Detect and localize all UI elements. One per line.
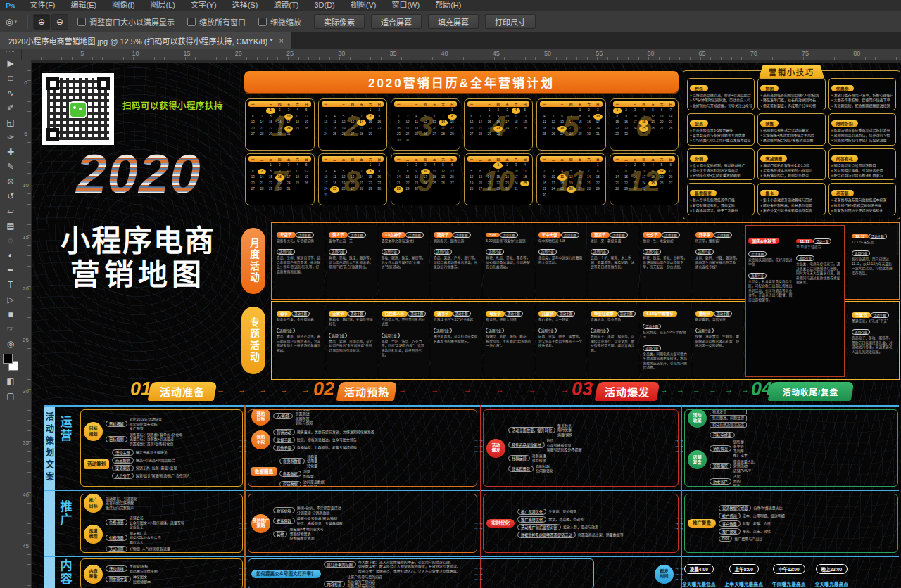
branch-leaves: 让客户有参与感的内容有价值的干货内容有趣又好玩的内容紧跟社会热点内容 <box>347 575 382 588</box>
branch-leaves: 好物圈+人气拼团获取流量 <box>130 547 170 551</box>
shape-tool[interactable]: ■ <box>2 307 19 321</box>
calendar-day: 25 <box>293 126 302 132</box>
calendar-day: 23 <box>584 126 593 132</box>
gradient-tool[interactable]: ▤ <box>2 218 19 233</box>
calendar-day: 21 <box>584 181 593 187</box>
calendar-day: 10 <box>639 169 648 175</box>
theme-tag: 活动主题 <box>714 232 732 238</box>
calendar-day: 25 <box>540 132 549 138</box>
healing-brush-tool[interactable]: ✚ <box>2 144 19 159</box>
branch-leaves: 占比复购转化 <box>733 474 741 487</box>
festival-pill: 年中大促 <box>538 232 561 238</box>
checkbox-icon[interactable] <box>77 18 86 26</box>
checkbox-icon[interactable] <box>187 18 196 26</box>
industry-text: 食品、生鲜、家居百货等，结合年前用户囤货需求，推出玩法：囤年货/送礼/回礼等，打… <box>277 256 322 274</box>
branch-label: 活动素材 <box>106 565 127 572</box>
tip-line: »稀缺卡控制节奏，拉长参与周期 <box>760 203 822 208</box>
type-tool[interactable]: T <box>2 277 19 292</box>
festival-card: 11.11活动主题11.11剁手狂欢节适用行业全品类，电商年度狂欢节，通过多类玩… <box>796 233 842 375</box>
arrow-icon: → <box>281 385 289 394</box>
menu-item[interactable]: 窗口(W) <box>384 0 427 11</box>
zoom-out-button[interactable]: ⊖ <box>51 14 68 30</box>
color-swatches[interactable] <box>3 354 18 371</box>
leaf-text: 转化 <box>733 483 741 487</box>
branch-leaves: 确定节奏与主推玩法 <box>136 450 168 455</box>
calendar-day: 24 <box>322 186 331 193</box>
marquee-tool[interactable]: □ <box>2 70 19 85</box>
menu-item[interactable]: 文件(F) <box>22 0 63 11</box>
tip-line: »老带新邀请有礼，双向奖励 <box>690 203 752 208</box>
menu-item[interactable]: 图像(I) <box>104 0 142 11</box>
calendar-day: 5 <box>339 114 348 120</box>
menu-item[interactable]: 文字(Y) <box>183 0 225 11</box>
eraser-tool[interactable]: ▱ <box>2 203 19 218</box>
pen-tool[interactable]: ✒ <box>2 262 19 277</box>
foreground-color-swatch[interactable] <box>3 354 13 364</box>
calendar-day: 5 <box>520 108 529 114</box>
option-checkbox[interactable]: 调整窗口大小以满屏显示 <box>77 16 175 27</box>
clone-stamp-tool[interactable]: ⊛ <box>2 174 19 188</box>
options-button[interactable]: 填充屏幕 <box>428 14 479 29</box>
ruler-label: 75 <box>802 50 809 57</box>
move-tool[interactable]: ▶ <box>2 56 19 70</box>
quick-mask-icon[interactable]: ◧ <box>2 373 19 388</box>
mindmap-branch: 内容打造让客户有参与感的内容有价值的干货内容有趣又好玩的内容紧跟社会热点内容 <box>324 575 460 588</box>
menu-item[interactable]: 编辑(E) <box>63 0 105 11</box>
menu-item[interactable]: 滤镜(T) <box>265 0 306 11</box>
close-icon[interactable]: × <box>279 37 283 45</box>
option-checkbox[interactable]: 缩放所有窗口 <box>187 16 246 27</box>
option-checkbox[interactable]: 细微缩放 <box>258 16 301 27</box>
tip-label: 老带新 <box>831 190 854 196</box>
menu-item[interactable]: 帮助(H) <box>427 0 469 11</box>
calendar-day: 14 <box>357 120 366 126</box>
mindmap-branch: 活动流量好物圈+人气拼团获取流量 <box>106 546 184 552</box>
eyedropper-tool[interactable]: ✑ <box>2 129 19 144</box>
options-button[interactable]: 实际像素 <box>314 14 365 29</box>
checkbox-icon[interactable] <box>258 18 267 26</box>
brush-tool[interactable]: ✎ <box>2 159 19 174</box>
theme-tag: 活动主题 <box>291 311 310 317</box>
calendar-day: 23 <box>374 126 384 132</box>
menu-item[interactable]: 选择(S) <box>225 0 266 11</box>
calendar-month: 一二三四五六日123456789101112131415161718192021… <box>464 153 534 205</box>
phase-label: 活动预热 <box>344 384 389 399</box>
calendar-day: 5 <box>549 114 558 120</box>
options-button[interactable]: 适合屏幕 <box>371 14 422 29</box>
options-button[interactable]: 打印尺寸 <box>485 14 536 29</box>
calendar-day: 23 <box>275 181 284 187</box>
document-tab[interactable]: 2020小程序电商营销地图.jpg @ 12.5% (扫码可以获得小程序扶持, … <box>0 32 291 49</box>
menu-item[interactable]: 视图(V) <box>343 0 384 11</box>
crop-tool[interactable]: ◱ <box>2 115 19 129</box>
ruler-label: 20 <box>22 286 30 292</box>
tip-label: 会员 <box>690 120 708 127</box>
calendar-day: 8 <box>448 114 457 120</box>
calendar-day: 2 <box>275 162 284 169</box>
dodge-tool[interactable]: ◐ <box>2 248 19 262</box>
blur-tool[interactable]: ◌ <box>2 233 19 248</box>
zoom-tool[interactable]: ◎ <box>2 336 19 351</box>
menu-item[interactable]: 图层(L) <box>143 0 183 11</box>
path-select-tool[interactable]: ▷ <box>2 292 19 307</box>
industry-tag: 适用行业 <box>538 249 557 255</box>
lasso-tool[interactable]: ∿ <box>2 85 19 100</box>
screen-mode-icon[interactable]: ▢ <box>2 388 19 403</box>
branch-label: 新老客户 <box>710 478 731 485</box>
zoom-in-button[interactable]: ⊕ <box>33 14 50 30</box>
calendar-day: 26 <box>567 186 576 193</box>
menu-item[interactable]: 3D(D) <box>306 0 342 11</box>
calendar-empty <box>258 108 267 114</box>
industry-text: 全品类，礼盒装美食类商品专区，可配合秋日出游长假推出系列活动，也可与酒店等异业合… <box>748 280 794 302</box>
panel-grip[interactable] <box>6 51 15 54</box>
document-canvas[interactable]: 扫码可以获得小程序扶持 2020 小程序电商 营销地图 2020营销日历&全年营… <box>31 60 901 588</box>
bullet-icon: » <box>760 203 762 207</box>
history-brush-tool[interactable]: ↺ <box>2 188 19 203</box>
theme-text: 敬老重阳，温情关怀 <box>695 318 741 322</box>
christmas-card: 圣诞节活动主题圣诞狂欢，好礼派''平安''适用行业饰品电子、美妆、服饰等，借助节… <box>848 304 897 377</box>
branch-label: 目标完成率 <box>710 432 735 438</box>
zoom-tool-preset[interactable]: ◎ ▾ <box>0 17 23 27</box>
leaf-text: 直播种草、社群剧透，老客专属提前购 <box>297 445 357 450</box>
calendar-day: 4 <box>412 114 421 120</box>
quick-select-tool[interactable]: ✐ <box>2 100 19 115</box>
hand-tool[interactable]: ☞ <box>2 321 19 336</box>
calendar-day: 5 <box>567 169 576 175</box>
